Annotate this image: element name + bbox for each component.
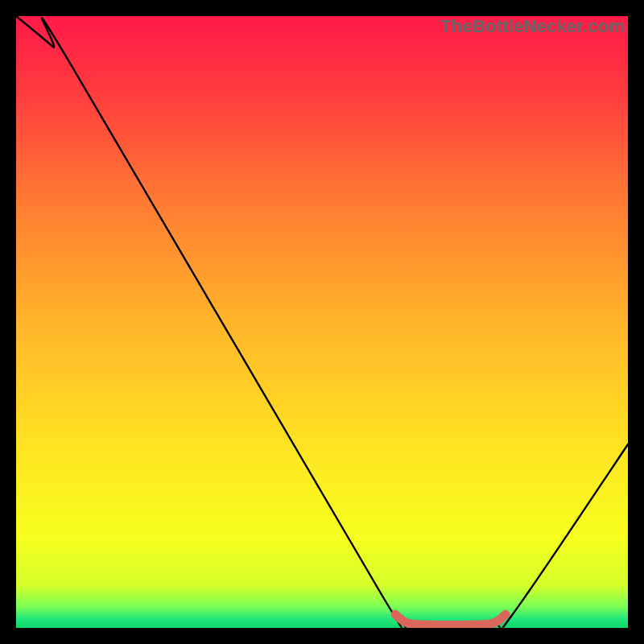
- bottleneck-chart: [16, 16, 628, 628]
- chart-frame: TheBottleNecker.com: [16, 16, 628, 628]
- watermark-label: TheBottleNecker.com: [440, 16, 625, 37]
- plot-background: [16, 16, 628, 628]
